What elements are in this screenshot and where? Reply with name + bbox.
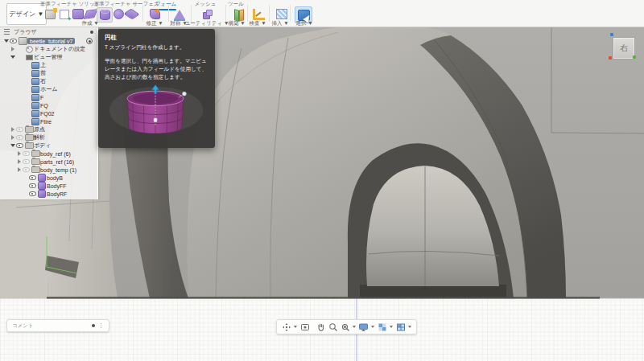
- visibility-eye-icon[interactable]: [22, 167, 31, 173]
- browser-row[interactable]: parts_ref (16): [0, 158, 97, 166]
- expand-right-icon[interactable]: [10, 47, 15, 51]
- insert-icon[interactable]: [275, 7, 288, 21]
- orbit-icon[interactable]: [281, 322, 291, 332]
- edit-form-icon[interactable]: [148, 7, 162, 21]
- main-toolbar: デザイン ▼ 基準フィーチャ ソリッド 基準フィーチャ サーフェス フォーム メ…: [0, 0, 644, 27]
- view-icon: [31, 70, 40, 77]
- comment-bar[interactable]: コメント ⋮: [6, 319, 109, 332]
- construct-icon[interactable]: [231, 7, 245, 21]
- pan-icon[interactable]: [316, 322, 326, 332]
- folder-icon: [24, 134, 34, 141]
- visibility-eye-icon[interactable]: [28, 183, 37, 189]
- grid-dropdown-caret[interactable]: [390, 326, 393, 328]
- browser-row-label: ビュー管理: [34, 53, 62, 61]
- orbit-dropdown-caret[interactable]: [294, 326, 297, 328]
- browser-row-label: bodyB: [47, 175, 63, 181]
- expand-right-icon[interactable]: [10, 127, 15, 132]
- body-icon: [37, 182, 47, 190]
- browser-row-label: parts_ref (16): [40, 159, 74, 165]
- comment-label: コメント: [12, 322, 34, 330]
- view-icon: [31, 102, 40, 109]
- visibility-eye-icon[interactable]: [15, 143, 24, 149]
- tooltip-title: 円柱: [105, 34, 208, 42]
- browser-panel: ブラウザ beetle_tutorial v7ドキュメントの設定ビュー管理上前右…: [0, 27, 98, 199]
- expand-right-icon[interactable]: [16, 159, 22, 164]
- browser-row[interactable]: BodyFF: [0, 182, 97, 190]
- expand-right-icon[interactable]: [16, 167, 22, 172]
- viewports-dropdown-caret[interactable]: [408, 326, 411, 328]
- browser-row[interactable]: beetle_tutorial v7: [0, 37, 97, 45]
- expand-down-icon[interactable]: [10, 144, 15, 147]
- look-at-icon[interactable]: [299, 322, 310, 332]
- browser-row[interactable]: FQ02: [0, 109, 97, 117]
- browser-row[interactable]: ホーム: [0, 85, 97, 93]
- display-dropdown-caret[interactable]: [371, 326, 374, 328]
- viewports-icon[interactable]: [395, 322, 406, 332]
- browser-row[interactable]: 上: [0, 61, 97, 69]
- visibility-eye-icon[interactable]: [22, 151, 31, 157]
- browser-row[interactable]: 前: [0, 69, 97, 77]
- browser-menu-icon[interactable]: [4, 29, 10, 35]
- create-sketch-icon[interactable]: [57, 7, 71, 21]
- viewcube-face-label: 右: [620, 43, 628, 54]
- display-settings-icon[interactable]: [358, 322, 369, 332]
- visibility-eye-icon[interactable]: [28, 191, 37, 197]
- browser-row[interactable]: Ftire: [0, 117, 97, 125]
- group-utility-label[interactable]: ユーティリティ ▼: [185, 20, 229, 27]
- group-insert-label[interactable]: 挿入 ▼: [271, 20, 288, 27]
- visibility-eye-icon[interactable]: [15, 127, 24, 133]
- browser-header[interactable]: ブラウザ: [0, 27, 97, 37]
- browser-row[interactable]: 原点: [0, 125, 97, 133]
- comment-dot-icon[interactable]: [92, 324, 95, 327]
- folder-icon: [31, 150, 40, 157]
- fit-icon[interactable]: [340, 322, 350, 332]
- visibility-eye-icon[interactable]: [28, 175, 37, 181]
- expand-right-icon[interactable]: [10, 135, 15, 140]
- fit-dropdown-caret[interactable]: [353, 326, 356, 328]
- browser-row-label: beetle_tutorial v7: [27, 38, 75, 44]
- browser-row-label: F: [40, 95, 43, 101]
- group-modify-label[interactable]: 修正 ▼: [146, 20, 163, 27]
- group-select-label[interactable]: 選択 ▼: [295, 20, 312, 27]
- views-icon: [24, 55, 34, 60]
- group-create-label[interactable]: 作成 ▼: [81, 20, 98, 27]
- plane-primitive-icon[interactable]: [84, 7, 97, 21]
- visibility-eye-icon[interactable]: [9, 39, 18, 44]
- expand-down-icon[interactable]: [3, 39, 9, 43]
- browser-row[interactable]: body_temp (1): [0, 166, 97, 174]
- browser-row-label: 上: [40, 61, 46, 69]
- face-primitive-icon[interactable]: [125, 7, 138, 21]
- viewcube[interactable]: 右: [613, 37, 635, 59]
- visibility-eye-icon[interactable]: [22, 159, 31, 165]
- inspect-icon[interactable]: [252, 7, 266, 21]
- browser-row[interactable]: bodyB: [0, 174, 97, 182]
- browser-row[interactable]: 解析: [0, 133, 97, 142]
- group-inspect-label[interactable]: 検査 ▼: [249, 20, 266, 27]
- browser-row[interactable]: ボディ: [0, 142, 97, 150]
- browser-options-icon[interactable]: [90, 31, 93, 34]
- create-base-icon[interactable]: [43, 7, 57, 21]
- gear-icon: [24, 46, 34, 53]
- browser-row[interactable]: BodyRF: [0, 190, 97, 198]
- cylinder-primitive-icon[interactable]: [97, 7, 113, 23]
- browser-row[interactable]: 右: [0, 77, 97, 85]
- browser-row[interactable]: F: [0, 93, 97, 101]
- activate-radio[interactable]: [86, 38, 93, 44]
- browser-row-label: Ftire: [40, 119, 52, 125]
- browser-row[interactable]: ビュー管理: [0, 53, 97, 61]
- zoom-icon[interactable]: [328, 322, 338, 332]
- browser-row[interactable]: body_ref (6): [0, 150, 97, 158]
- browser-row[interactable]: FQ: [0, 101, 97, 109]
- browser-row[interactable]: ドキュメントの設定: [0, 45, 97, 53]
- symmetry-icon[interactable]: [172, 7, 186, 21]
- view-icon: [31, 86, 40, 93]
- axis-z-indicator: [610, 33, 613, 36]
- grid-settings-icon[interactable]: [377, 322, 387, 332]
- axis-x-indicator: [609, 56, 612, 59]
- utility-icon[interactable]: [200, 7, 214, 21]
- visibility-eye-icon[interactable]: [15, 135, 24, 141]
- group-construct-label[interactable]: 構築 ▼: [228, 20, 245, 27]
- tooltip-summary: T スプライン円柱を作成します。: [105, 44, 208, 51]
- expand-down-icon[interactable]: [10, 55, 15, 59]
- expand-right-icon[interactable]: [16, 151, 22, 156]
